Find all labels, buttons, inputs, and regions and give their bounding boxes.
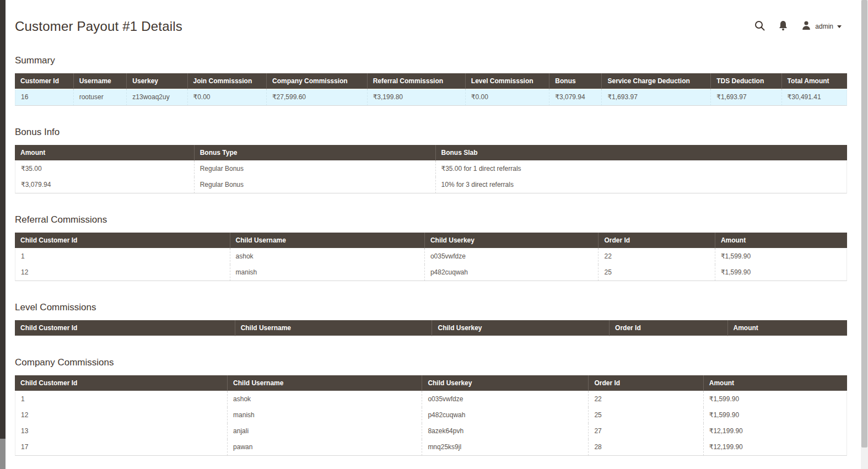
referral-commissions-table: Child Customer Id Child Username Child U… [15, 233, 847, 281]
column-header: Amount [715, 233, 847, 249]
table-cell: ₹27,599.60 [266, 89, 367, 106]
table-cell: 22 [598, 249, 714, 265]
section-title-referral-commissions: Referral Commissions [15, 214, 847, 225]
page-title: Customer Payout #1 Details [15, 19, 182, 34]
scrollbar-thumb[interactable] [861, 0, 867, 448]
user-menu[interactable]: admin [801, 20, 842, 33]
table-cell: ₹1,599.90 [703, 407, 847, 423]
bonus-info-table: Amount Bonus Type Bonus Slab ₹35.00 Regu… [15, 145, 847, 193]
table-cell: 12 [15, 407, 227, 423]
table-cell: ashok [227, 391, 422, 407]
table-cell: 12 [15, 265, 230, 281]
section-title-summary: Summary [15, 55, 847, 66]
column-header: Userkey [126, 73, 187, 89]
table-row: ₹35.00 Regular Bonus ₹35.00 for 1 direct… [15, 161, 847, 177]
column-header: Level Commisssion [465, 73, 549, 89]
table-header-row: Amount Bonus Type Bonus Slab [15, 145, 847, 161]
level-commissions-table: Child Customer Id Child Username Child U… [15, 320, 847, 336]
table-row: 17 pawan mnq25ks9jl 28 ₹12,199.90 [15, 439, 847, 456]
table-cell: mnq25ks9jl [422, 439, 588, 456]
search-button[interactable] [754, 20, 765, 33]
table-header-row: Child Customer Id Child Username Child U… [15, 375, 847, 391]
table-cell: ₹3,199.80 [367, 89, 465, 106]
table-cell: ₹1,599.90 [715, 249, 847, 265]
table-cell: ₹35.00 for 1 direct referrals [435, 161, 847, 177]
table-cell: ₹0.00 [187, 89, 266, 106]
column-header: TDS Deduction [710, 73, 781, 89]
table-row: 16 rootuser z13woaq2uy ₹0.00 ₹27,599.60 … [15, 89, 847, 106]
table-cell: ₹1,693.97 [601, 89, 710, 106]
table-row: 1 ashok o035vwfdze 22 ₹1,599.90 [15, 391, 847, 407]
table-row: 12 manish p482cuqwah 25 ₹1,599.90 [15, 407, 847, 423]
column-header: Total Amount [781, 73, 847, 89]
column-header: Child Userkey [422, 375, 588, 391]
table-cell: p482cuqwah [424, 265, 599, 281]
table-cell: 28 [588, 439, 703, 456]
table-cell: rootuser [73, 89, 127, 106]
column-header: Child Userkey [432, 320, 609, 336]
section-title-company-commissions: Company Commissions [15, 357, 847, 368]
table-header-row: Child Customer Id Child Username Child U… [15, 233, 847, 249]
topbar-actions: admin [754, 20, 847, 33]
table-cell: anjali [227, 423, 422, 439]
table-cell: p482cuqwah [422, 407, 588, 423]
table-cell: 25 [588, 407, 703, 423]
section-title-level-commissions: Level Commissions [15, 302, 847, 313]
column-header: Child Username [227, 375, 422, 391]
column-header: Child Customer Id [15, 375, 227, 391]
collapsed-sidebar[interactable] [0, 0, 6, 469]
column-header: Child Customer Id [15, 320, 235, 336]
table-cell: ashok [230, 249, 424, 265]
table-header-row: Child Customer Id Child Username Child U… [15, 320, 847, 336]
column-header: Bonus Slab [435, 145, 847, 161]
table-cell: o035vwfdze [424, 249, 599, 265]
company-commissions-table: Child Customer Id Child Username Child U… [15, 375, 847, 456]
table-cell: 17 [15, 439, 227, 456]
table-row: 12 manish p482cuqwah 25 ₹1,599.90 [15, 265, 847, 281]
table-cell: ₹1,599.90 [715, 265, 847, 281]
column-header: Child Username [230, 233, 424, 249]
column-header: Order Id [588, 375, 703, 391]
table-cell: z13woaq2uy [126, 89, 187, 106]
chevron-down-icon [837, 25, 842, 28]
table-cell: ₹3,079.94 [549, 89, 601, 106]
vertical-scrollbar[interactable] [861, 0, 868, 469]
table-cell: ₹0.00 [465, 89, 549, 106]
table-cell: 1 [15, 249, 230, 265]
table-cell: 10% for 3 direct referrals [435, 177, 847, 193]
table-cell: ₹1,599.90 [703, 391, 847, 407]
column-header: Amount [703, 375, 847, 391]
bell-icon [778, 20, 788, 33]
table-cell: 25 [598, 265, 714, 281]
page-header: Customer Payout #1 Details admin [15, 19, 847, 34]
table-cell: ₹12,199.90 [703, 439, 847, 456]
table-cell: 8azek64pvh [422, 423, 588, 439]
table-cell: 16 [15, 89, 73, 106]
table-cell: Regular Bonus [194, 161, 435, 177]
table-row: 13 anjali 8azek64pvh 27 ₹12,199.90 [15, 423, 847, 439]
table-cell: manish [227, 407, 422, 423]
table-cell: ₹35.00 [15, 161, 194, 177]
table-cell: ₹12,199.90 [703, 423, 847, 439]
notifications-button[interactable] [778, 20, 788, 33]
person-icon [801, 20, 811, 33]
column-header: Join Commisssion [187, 73, 266, 89]
sidebar-track-end [0, 439, 6, 469]
table-cell: ₹3,079.94 [15, 177, 194, 193]
column-header: Referral Commisssion [367, 73, 465, 89]
table-cell: pawan [227, 439, 422, 456]
table-cell: ₹1,693.97 [710, 89, 781, 106]
table-header-row: Customer Id Username Userkey Join Commis… [15, 73, 847, 89]
column-header: Bonus Type [194, 145, 435, 161]
table-cell: ₹30,491.41 [781, 89, 847, 106]
section-title-bonus-info: Bonus Info [15, 127, 847, 138]
main-content: Customer Payout #1 Details admin Su [6, 0, 861, 469]
table-row: ₹3,079.94 Regular Bonus 10% for 3 direct… [15, 177, 847, 193]
column-header: Amount [15, 145, 194, 161]
table-cell: Regular Bonus [194, 177, 435, 193]
column-header: Service Charge Deduction [601, 73, 710, 89]
table-row: 1 ashok o035vwfdze 22 ₹1,599.90 [15, 249, 847, 265]
table-cell: manish [230, 265, 424, 281]
column-header: Order Id [609, 320, 727, 336]
table-cell: 22 [588, 391, 703, 407]
